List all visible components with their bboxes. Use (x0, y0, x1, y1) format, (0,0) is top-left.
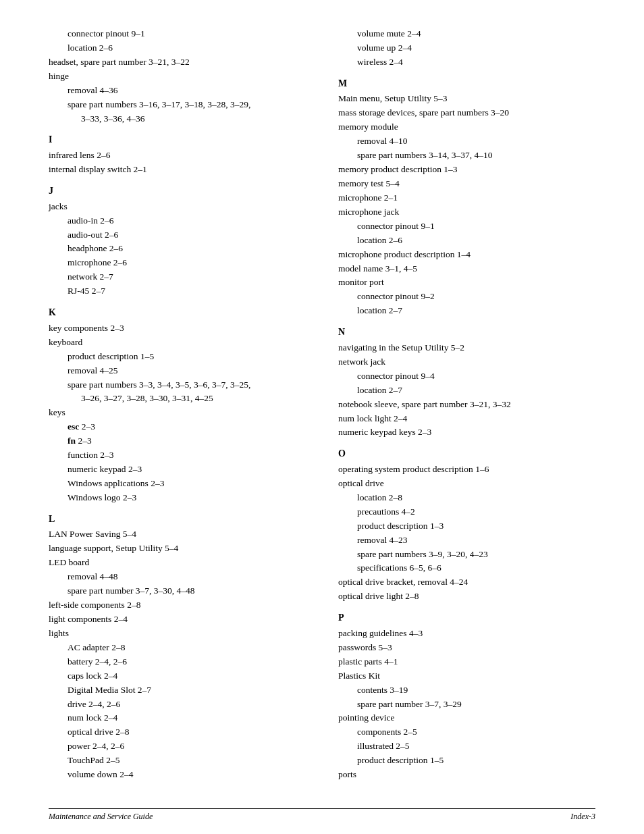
index-entry: navigating in the Setup Utility 5–2 (338, 341, 595, 355)
index-entry: Main menu, Setup Utility 5–3 (338, 92, 595, 106)
index-entry: volume mute 2–4 (338, 27, 595, 41)
index-entry: Digital Media Slot 2–7 (49, 683, 306, 698)
index-entry: location 2–8 (338, 491, 595, 505)
index-entry: esc 2–3 (49, 420, 306, 434)
index-entry: removal 4–10 (338, 134, 595, 149)
index-entry: microphone 2–1 (338, 191, 595, 205)
index-entry: notebook sleeve, spare part number 3–21,… (338, 398, 595, 412)
index-entry: numeric keypad 2–3 (49, 463, 306, 477)
index-entry: volume down 2–4 (49, 768, 306, 782)
section-letter-i: I (49, 132, 306, 147)
index-entry: spare part numbers 3–9, 3–20, 4–23 (338, 548, 595, 562)
index-entry: numeric keypad keys 2–3 (338, 425, 595, 440)
content-columns: connector pinout 9–1location 2–6headset,… (49, 27, 595, 782)
index-entry: location 2–6 (338, 234, 595, 248)
index-entry: Windows applications 2–3 (49, 477, 306, 491)
index-entry: operating system product description 1–6 (338, 463, 595, 477)
index-entry: Plastics Kit (338, 669, 595, 683)
index-entry: contents 3–19 (338, 683, 595, 698)
index-entry: spare part number 3–7, 3–29 (338, 698, 595, 712)
index-entry: optical drive 2–8 (49, 725, 306, 739)
index-entry: language support, Setup Utility 5–4 (49, 542, 306, 556)
index-entry: optical drive bracket, removal 4–24 (338, 575, 595, 590)
index-entry: model name 3–1, 4–5 (338, 262, 595, 276)
index-entry: optical drive (338, 477, 595, 491)
index-entry: light components 2–4 (49, 613, 306, 627)
index-entry: wireless 2–4 (338, 55, 595, 70)
index-entry: connector pinout 9–4 (338, 369, 595, 384)
index-entry: microphone jack (338, 205, 595, 219)
index-entry: product description 1–5 (49, 350, 306, 364)
index-entry: memory module (338, 120, 595, 134)
footer-right: Index-3 (570, 812, 595, 822)
index-entry: connector pinout 9–2 (338, 290, 595, 304)
index-entry: spare part numbers 3–3, 3–4, 3–5, 3–6, 3… (49, 378, 306, 392)
section-letter-m: M (338, 76, 595, 91)
index-entry: headphone 2–6 (49, 242, 306, 256)
index-entry: volume up 2–4 (338, 41, 595, 55)
section-letter-l: L (49, 512, 306, 527)
index-entry: spare part numbers 3–14, 3–37, 4–10 (338, 149, 595, 163)
index-entry: product description 1–5 (338, 754, 595, 768)
index-entry: AC adapter 2–8 (49, 641, 306, 655)
left-column: connector pinout 9–1location 2–6headset,… (49, 27, 306, 782)
index-entry: left-side components 2–8 (49, 598, 306, 613)
index-entry: components 2–5 (338, 725, 595, 739)
index-entry: audio-in 2–6 (49, 214, 306, 228)
index-entry: LED board (49, 556, 306, 570)
index-entry: function 2–3 (49, 448, 306, 463)
index-entry: hinge (49, 70, 306, 84)
index-entry: mass storage devices, spare part numbers… (338, 106, 595, 120)
index-entry: connector pinout 9–1 (338, 219, 595, 234)
index-entry: key components 2–3 (49, 321, 306, 336)
index-entry: monitor port (338, 276, 595, 290)
index-entry: removal 4–36 (49, 84, 306, 98)
section-letter-p: P (338, 610, 595, 625)
index-entry: infrared lens 2–6 (49, 149, 306, 163)
section-letter-n: N (338, 325, 595, 340)
index-entry: internal display switch 2–1 (49, 163, 306, 177)
index-entry: memory product description 1–3 (338, 163, 595, 177)
index-entry: packing guidelines 4–3 (338, 627, 595, 641)
index-entry: plastic parts 4–1 (338, 655, 595, 669)
index-entry: specifications 6–5, 6–6 (338, 561, 595, 575)
index-entry: TouchPad 2–5 (49, 754, 306, 768)
index-entry: num lock 2–4 (49, 711, 306, 725)
section-letter-j: J (49, 184, 306, 199)
index-entry: removal 4–25 (49, 364, 306, 378)
index-entry: precautions 4–2 (338, 505, 595, 519)
index-entry: illustrated 2–5 (338, 739, 595, 754)
index-entry: Windows logo 2–3 (49, 491, 306, 505)
index-entry: connector pinout 9–1 (49, 27, 306, 41)
index-entry: caps lock 2–4 (49, 669, 306, 683)
footer-left: Maintenance and Service Guide (49, 812, 153, 822)
index-entry: pointing device (338, 711, 595, 725)
index-entry: passwords 5–3 (338, 641, 595, 655)
index-entry: location 2–7 (338, 384, 595, 398)
index-entry: spare part number 3–7, 3–30, 4–48 (49, 584, 306, 598)
index-entry: microphone product description 1–4 (338, 248, 595, 262)
index-entry: 3–26, 3–27, 3–28, 3–30, 3–31, 4–25 (49, 392, 306, 406)
index-entry: network jack (338, 355, 595, 369)
section-letter-k: K (49, 305, 306, 320)
right-column: volume mute 2–4volume up 2–4wireless 2–4… (338, 27, 595, 782)
index-entry: audio-out 2–6 (49, 228, 306, 242)
index-entry: optical drive light 2–8 (338, 590, 595, 604)
index-entry: ports (338, 768, 595, 782)
index-entry: removal 4–48 (49, 570, 306, 584)
index-entry: lights (49, 627, 306, 641)
index-entry: keyboard (49, 336, 306, 350)
index-entry: location 2–6 (49, 41, 306, 55)
index-entry: 3–33, 3–36, 4–36 (49, 112, 306, 126)
index-entry: microphone 2–6 (49, 256, 306, 270)
index-entry: network 2–7 (49, 270, 306, 284)
page: connector pinout 9–1location 2–6headset,… (0, 0, 644, 834)
index-entry: battery 2–4, 2–6 (49, 655, 306, 669)
index-entry: removal 4–23 (338, 533, 595, 548)
index-entry: keys (49, 406, 306, 420)
index-entry: jacks (49, 200, 306, 214)
index-entry: memory test 5–4 (338, 177, 595, 191)
index-entry: LAN Power Saving 5–4 (49, 527, 306, 542)
index-entry: drive 2–4, 2–6 (49, 698, 306, 712)
index-entry: location 2–7 (338, 304, 595, 318)
